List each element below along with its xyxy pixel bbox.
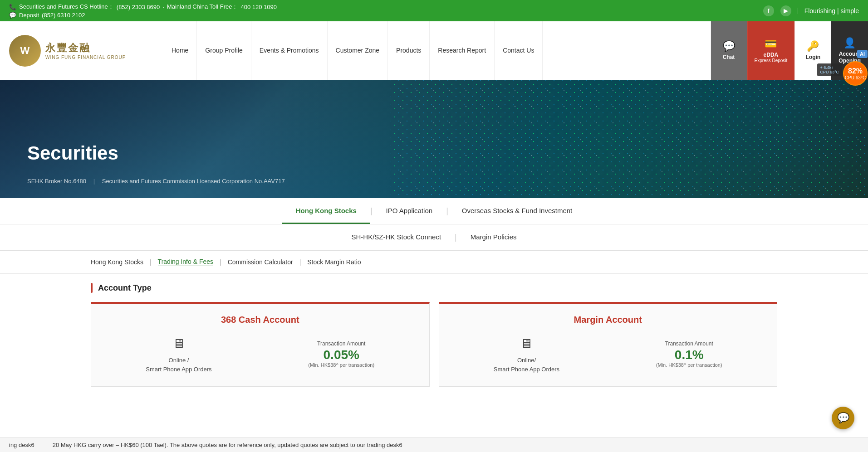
logo-text: 永豐金融 WING FUNG FINANCIAL GROUP bbox=[45, 41, 126, 60]
phone-icon: 📞 bbox=[9, 4, 16, 10]
cash-account-card: 368 Cash Account 🖥 Online /Smart Phone A… bbox=[91, 302, 430, 387]
tabs-row2-container: SH-HK/SZ-HK Stock Connect | Margin Polic… bbox=[0, 224, 868, 251]
hero-content: Securities SEHK Broker No.6480 | Securit… bbox=[27, 142, 285, 185]
cpu-badge: 82% CPU 63°C bbox=[843, 61, 868, 86]
content-area: Account Type 368 Cash Account 🖥 Online /… bbox=[0, 274, 868, 405]
breadcrumb-sep: | bbox=[150, 258, 152, 266]
section-title-bar bbox=[91, 283, 93, 293]
cash-order-label: Online /Smart Phone App Orders bbox=[146, 356, 211, 374]
margin-order-label: Online/Smart Phone App Orders bbox=[494, 356, 559, 374]
account-icon: 👤 bbox=[843, 37, 856, 49]
desktop-phone-icon-cash: 🖥 bbox=[146, 334, 211, 353]
hero-title: Securities bbox=[27, 142, 285, 164]
margin-account-title: Margin Account bbox=[450, 315, 766, 325]
edda-button[interactable]: 💳 eDDA Express Deposit bbox=[747, 21, 795, 80]
cpu-percent: 82% bbox=[848, 67, 863, 75]
cash-transaction-rate: 0.05% bbox=[308, 348, 374, 362]
tabs-row1: Hong Kong Stocks | IPO Application | Ove… bbox=[18, 198, 850, 224]
mainland-label: Mainland China Toll Free： bbox=[167, 3, 238, 11]
nav-contact[interactable]: Contact Us bbox=[495, 21, 543, 80]
breadcrumb-active[interactable]: Trading Info & Fees bbox=[158, 258, 213, 266]
cash-account-rate: Transaction Amount 0.05% (Min. HK$38^ pe… bbox=[308, 340, 374, 368]
broker-no: SEHK Broker No.6480 bbox=[27, 178, 86, 185]
deposit-number: (852) 6310 2102 bbox=[42, 12, 85, 19]
section-title-account-type: Account Type bbox=[91, 283, 777, 293]
cash-account-title: 368 Cash Account bbox=[102, 315, 418, 325]
breadcrumb-sep2: | bbox=[220, 258, 221, 266]
logo-initial: W bbox=[20, 45, 30, 57]
ai-badge: AI bbox=[857, 50, 868, 58]
hero-banner: Securities SEHK Broker No.6480 | Securit… bbox=[0, 80, 868, 198]
logo-area: W 永豐金融 WING FUNG FINANCIAL GROUP bbox=[0, 21, 163, 80]
nav-links: Home Group Profile Events & Promotions C… bbox=[163, 21, 711, 80]
nav-group-profile[interactable]: Group Profile bbox=[197, 21, 251, 80]
margin-account-body: 🖥 Online/Smart Phone App Orders Transact… bbox=[450, 334, 766, 374]
top-bar-left: 📞 Securities and Futures CS Hotline： (85… bbox=[9, 3, 277, 19]
edda-icon: 💳 bbox=[765, 38, 777, 50]
margin-account-card: Margin Account 🖥 Online/Smart Phone App … bbox=[439, 302, 778, 387]
top-bar-divider bbox=[798, 8, 798, 14]
tab-margin-policies[interactable]: Margin Policies bbox=[457, 225, 530, 250]
hotline-row: 📞 Securities and Futures CS Hotline： (85… bbox=[9, 3, 277, 11]
logo-english: WING FUNG FINANCIAL GROUP bbox=[45, 55, 126, 60]
tab-ipo[interactable]: IPO Application bbox=[373, 199, 446, 224]
account-cards: 368 Cash Account 🖥 Online /Smart Phone A… bbox=[91, 302, 777, 387]
margin-transaction-label: Transaction Amount bbox=[656, 340, 722, 347]
navbar: W 永豐金融 WING FUNG FINANCIAL GROUP Home Gr… bbox=[0, 21, 868, 80]
section-title-text: Account Type bbox=[98, 283, 152, 293]
tab-stock-connect[interactable]: SH-HK/SZ-HK Stock Connect bbox=[338, 225, 455, 250]
margin-transaction-rate: 0.1% bbox=[656, 348, 722, 362]
license-no: Securities and Futures Commission Licens… bbox=[102, 178, 285, 185]
edda-sublabel: Express Deposit bbox=[755, 58, 788, 63]
deposit-row: 💬 Deposit (852) 6310 2102 bbox=[9, 12, 277, 19]
perf-widget: + 6.4k↑ CPU 63°C bbox=[817, 63, 842, 76]
breadcrumb-sep3: | bbox=[299, 258, 301, 266]
chat-icon: 💬 bbox=[723, 40, 735, 52]
login-label: Login bbox=[806, 54, 821, 60]
top-bar: 📞 Securities and Futures CS Hotline： (85… bbox=[0, 0, 868, 21]
tabs-row1-container: Hong Kong Stocks | IPO Application | Ove… bbox=[0, 198, 868, 224]
slogan: Flourishing | simple bbox=[804, 7, 859, 15]
mainland-number: 400 120 1090 bbox=[240, 4, 277, 10]
breadcrumb-margin-ratio[interactable]: Stock Margin Ratio bbox=[307, 258, 361, 266]
nav-research[interactable]: Research Report bbox=[430, 21, 495, 80]
top-bar-right: f ▶ Flourishing | simple bbox=[763, 5, 859, 16]
hero-divider: | bbox=[93, 178, 95, 185]
cash-account-body: 🖥 Online /Smart Phone App Orders Transac… bbox=[102, 334, 418, 374]
cash-transaction-label: Transaction Amount bbox=[308, 340, 374, 347]
chat-button[interactable]: 💬 Chat bbox=[711, 21, 747, 80]
breadcrumb-row: Hong Kong Stocks | Trading Info & Fees |… bbox=[0, 251, 868, 274]
deposit-label: Deposit bbox=[19, 12, 39, 19]
logo-chinese: 永豐金融 bbox=[45, 41, 126, 55]
hero-subtitle: SEHK Broker No.6480 | Securities and Fut… bbox=[27, 178, 285, 185]
cash-transaction-min: (Min. HK$38^ per transaction) bbox=[308, 362, 374, 368]
perf-upload: + 6.4k↑ bbox=[820, 65, 839, 70]
login-icon: 🔑 bbox=[807, 40, 819, 52]
nav-products[interactable]: Products bbox=[388, 21, 430, 80]
breadcrumb-commission[interactable]: Commission Calculator bbox=[228, 258, 293, 266]
cpu-label: CPU 63°C bbox=[845, 75, 866, 80]
chat-label: Chat bbox=[723, 54, 735, 60]
hotline-number: (852) 2303 8690 bbox=[117, 4, 160, 10]
hero-dots bbox=[391, 80, 868, 198]
nav-customer-zone[interactable]: Customer Zone bbox=[328, 21, 388, 80]
margin-transaction-min: (Min. HK$38^ per transaction) bbox=[656, 362, 722, 368]
desktop-phone-icon-margin: 🖥 bbox=[494, 334, 559, 353]
hotline-label: Securities and Futures CS Hotline： bbox=[19, 3, 114, 11]
youtube-icon[interactable]: ▶ bbox=[780, 5, 791, 16]
edda-label: eDDA bbox=[764, 52, 779, 58]
margin-account-order-type: 🖥 Online/Smart Phone App Orders bbox=[494, 334, 559, 374]
logo-emblem: W bbox=[9, 35, 41, 67]
cash-account-order-type: 🖥 Online /Smart Phone App Orders bbox=[146, 334, 211, 374]
dot-sep: · bbox=[162, 4, 164, 10]
margin-account-rate: Transaction Amount 0.1% (Min. HK$38^ per… bbox=[656, 340, 722, 368]
facebook-icon[interactable]: f bbox=[763, 5, 774, 16]
tab-overseas[interactable]: Overseas Stocks & Fund Investment bbox=[448, 199, 586, 224]
perf-cpu: CPU 63°C bbox=[820, 70, 839, 74]
tab-hk-stocks[interactable]: Hong Kong Stocks bbox=[282, 199, 370, 224]
nav-home[interactable]: Home bbox=[163, 21, 197, 80]
nav-events[interactable]: Events & Promotions bbox=[251, 21, 328, 80]
breadcrumb-hk-stocks[interactable]: Hong Kong Stocks bbox=[91, 258, 143, 266]
whatsapp-icon: 💬 bbox=[9, 12, 16, 19]
tabs-row2: SH-HK/SZ-HK Stock Connect | Margin Polic… bbox=[338, 224, 530, 250]
